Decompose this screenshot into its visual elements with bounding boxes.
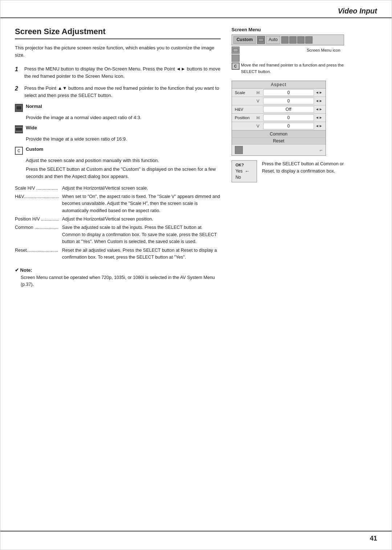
side-icon-col: C — [232, 46, 240, 75]
left-column: Screen Size Adjustment This projector ha… — [15, 27, 221, 288]
def-hv: H&V............................ When set… — [15, 193, 221, 214]
aspect-hv-label: H&V — [235, 107, 257, 112]
def-position-term: Position H/V .............. — [15, 216, 62, 223]
menu-icon-2 — [281, 36, 289, 44]
svg-rect-5 — [259, 39, 263, 41]
page: Video Input Screen Size Adjustment This … — [0, 0, 392, 550]
screen-menu-icon-label: Screen Menu icon — [241, 47, 348, 53]
aspect-hv-value: Off — [263, 106, 314, 113]
aspect-pos-h-value: 0 — [263, 114, 314, 121]
screen-menu-diagram: Custom Auto — [232, 35, 348, 182]
side-icon-mid — [232, 54, 240, 62]
confirm-no-label: No — [236, 175, 253, 180]
menu-auto-tab: Auto — [266, 36, 280, 44]
screen-menu-label: Screen Menu — [232, 27, 377, 32]
custom-item: C Custom — [15, 146, 221, 155]
aspect-row-pos-h: Position H 0 ◄► — [232, 114, 326, 122]
def-scale-term: Scale H/V ................. — [15, 185, 62, 192]
normal-icon — [15, 104, 23, 112]
menu-icon-1 — [257, 36, 265, 44]
confirm-yes-row: Yes ← — [236, 168, 253, 174]
def-reset-term: Reset......................... — [15, 247, 62, 261]
def-position: Position H/V .............. Adjust the H… — [15, 216, 221, 223]
aspect-scale-h-value: 0 — [263, 89, 314, 96]
normal-item: Normal — [15, 104, 221, 112]
aspect-row-pos-v: V 0 ◄► — [232, 122, 326, 130]
aspect-pos-v-sub: V — [257, 124, 263, 128]
screen-menu-annotation: Screen Menu icon Move the red framed poi… — [241, 46, 348, 75]
aspect-corner: ⌐ — [319, 147, 322, 153]
def-common-term: Common ................... — [15, 224, 62, 245]
aspect-position-label: Position — [235, 116, 257, 120]
aspect-pos-h-sub: H — [257, 116, 263, 120]
aspect-dialog: Aspect Scale H 0 ◄► V 0 ◄► — [232, 81, 326, 156]
header-title: Video Input — [338, 7, 377, 15]
def-list: Scale H/V ................. Adjust the H… — [15, 185, 221, 261]
aspect-row-scale-h: Scale H 0 ◄► — [232, 89, 326, 97]
def-common: Common ................... Save the adju… — [15, 224, 221, 245]
def-reset: Reset......................... Reset the… — [15, 247, 221, 261]
main-content: Screen Size Adjustment This projector ha… — [0, 18, 392, 297]
step-1: 1 Press the MENU button to display the O… — [15, 65, 221, 80]
wide-item: Wide — [15, 125, 221, 133]
menu-icon-5 — [305, 36, 313, 44]
custom-desc2: Press the SELECT button at Custom and th… — [26, 166, 221, 180]
wide-icon — [15, 125, 23, 133]
aspect-title: Aspect — [232, 81, 326, 89]
aspect-row-scale-v: V 0 ◄► — [232, 97, 326, 105]
aspect-row-hv: H&V Off ◄► — [232, 105, 326, 114]
confirm-text: Press the SELECT button at Common or Res… — [262, 160, 348, 175]
header: Video Input — [0, 0, 392, 18]
aspect-hv-arrows: ◄► — [315, 107, 323, 111]
confirm-arrow-icon: ← — [245, 168, 250, 174]
normal-label: Normal — [26, 104, 42, 109]
svg-rect-1 — [16, 106, 21, 110]
aspect-scale-label: Scale — [235, 90, 257, 95]
confirm-box: OK? Yes ← No — [232, 160, 257, 182]
aspect-scale-v-value: 0 — [263, 98, 314, 104]
aspect-pos-v-arrows: ◄► — [315, 124, 323, 128]
aspect-scale-v-arrows: ◄► — [315, 99, 323, 103]
def-scale-desc: Adjust the Horizontal/Vertical screen sc… — [62, 185, 221, 192]
def-reset-desc: Reset the all adjusted values. Press the… — [62, 247, 221, 261]
aspect-h-sub: H — [257, 90, 263, 95]
aspect-v-sub: V — [257, 99, 263, 103]
page-number: 41 — [370, 535, 377, 542]
normal-desc: Provide the image at a normal video aspe… — [26, 114, 221, 121]
svg-rect-7 — [233, 49, 238, 52]
side-icon-c: C — [232, 62, 240, 70]
wide-label: Wide — [26, 125, 37, 130]
confirm-yes-label: Yes — [236, 169, 243, 174]
step-2-num: 2 — [15, 85, 21, 99]
note-text: Screen Menu cannot be operated when 720p… — [21, 274, 221, 288]
def-hv-term: H&V............................ — [15, 193, 62, 214]
step-2: 2 Press the Point ▲▼ buttons and move th… — [15, 85, 221, 99]
def-common-desc: Save the adjusted scale to all the input… — [62, 224, 221, 245]
custom-icon: C — [15, 147, 23, 155]
aspect-icon-row: ⌐ — [232, 145, 326, 155]
common-button[interactable]: Common — [232, 130, 326, 138]
menu-custom-tab: Custom — [233, 36, 256, 44]
screen-menu-move-label: Move the red framed pointer to a functio… — [241, 62, 348, 75]
custom-label: Custom — [26, 146, 43, 152]
menu-icon-4 — [297, 36, 305, 44]
step-2-text: Press the Point ▲▼ buttons and move the … — [24, 85, 221, 99]
aspect-scale-h-arrows: ◄► — [315, 90, 323, 94]
menu-icons-row — [281, 36, 313, 44]
note-box: ✔ Note: Screen Menu cannot be operated w… — [15, 267, 221, 288]
reset-button[interactable]: Reset — [232, 138, 326, 145]
svg-rect-3 — [16, 128, 22, 131]
menu-side-icons: C Screen Menu icon Move the red framed p… — [232, 46, 348, 75]
aspect-pos-h-arrows: ◄► — [315, 116, 323, 120]
confirm-ok-title: OK? — [236, 163, 253, 167]
wide-desc: Provide the image at a wide screen ratio… — [26, 136, 221, 143]
menu-icon-3 — [289, 36, 297, 44]
step-1-num: 1 — [15, 65, 21, 80]
intro-text: This projector has the picture screen re… — [15, 44, 221, 59]
def-position-desc: Adjust the Horizontal/Vertical screen po… — [62, 216, 221, 223]
bottom-border — [0, 531, 392, 531]
aspect-bottom-icon — [235, 146, 243, 154]
custom-desc1: Adjust the screen scale and position man… — [26, 157, 221, 164]
right-column: Screen Menu Custom Auto — [232, 27, 377, 288]
confirm-area: OK? Yes ← No Press the SELECT button at … — [232, 160, 348, 182]
